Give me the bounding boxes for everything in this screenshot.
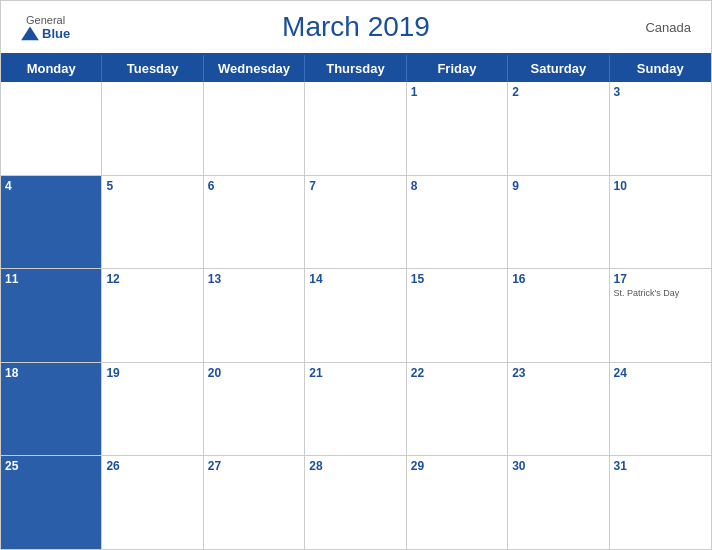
day-number: 9 [512,179,604,193]
day-number: 21 [309,366,401,380]
day-number: 19 [106,366,198,380]
day-number: 15 [411,272,503,286]
day-cell-8: 8 [407,176,508,269]
empty-cell [204,82,305,175]
day-header-monday: Monday [1,55,102,82]
calendar-container: General Blue March 2019 Canada MondayTue… [0,0,712,550]
day-cell-27: 27 [204,456,305,549]
day-number: 16 [512,272,604,286]
day-cell-20: 20 [204,363,305,456]
day-headers-row: MondayTuesdayWednesdayThursdayFridaySatu… [1,55,711,82]
day-header-saturday: Saturday [508,55,609,82]
day-number: 22 [411,366,503,380]
calendar-header: General Blue March 2019 Canada [1,1,711,53]
week-row-4: 18192021222324 [1,363,711,457]
day-number: 31 [614,459,707,473]
logo-icon [21,26,39,40]
day-header-sunday: Sunday [610,55,711,82]
empty-cell [102,82,203,175]
day-cell-2: 2 [508,82,609,175]
day-cell-28: 28 [305,456,406,549]
day-number: 25 [5,459,97,473]
day-number: 18 [5,366,97,380]
day-header-wednesday: Wednesday [204,55,305,82]
day-cell-6: 6 [204,176,305,269]
day-number: 10 [614,179,707,193]
day-number: 12 [106,272,198,286]
day-cell-16: 16 [508,269,609,362]
day-cell-5: 5 [102,176,203,269]
day-cell-9: 9 [508,176,609,269]
day-number: 4 [5,179,97,193]
day-number: 26 [106,459,198,473]
day-cell-13: 13 [204,269,305,362]
day-cell-31: 31 [610,456,711,549]
day-cell-30: 30 [508,456,609,549]
day-header-tuesday: Tuesday [102,55,203,82]
logo-general: General [26,14,65,26]
week-row-2: 45678910 [1,176,711,270]
country-label: Canada [645,20,691,35]
day-cell-14: 14 [305,269,406,362]
day-number: 20 [208,366,300,380]
svg-marker-0 [21,26,39,40]
day-cell-21: 21 [305,363,406,456]
day-number: 6 [208,179,300,193]
day-number: 28 [309,459,401,473]
calendar-title: March 2019 [282,11,430,43]
logo-blue: Blue [42,26,70,41]
day-number: 7 [309,179,401,193]
day-number: 14 [309,272,401,286]
day-header-friday: Friday [407,55,508,82]
holiday-label: St. Patrick's Day [614,288,707,299]
week-row-1: 123 [1,82,711,176]
day-cell-15: 15 [407,269,508,362]
day-cell-1: 1 [407,82,508,175]
day-cell-11: 11 [1,269,102,362]
day-cell-19: 19 [102,363,203,456]
logo-area: General Blue [21,14,70,41]
day-cell-23: 23 [508,363,609,456]
day-cell-12: 12 [102,269,203,362]
day-cell-26: 26 [102,456,203,549]
day-cell-25: 25 [1,456,102,549]
day-number: 23 [512,366,604,380]
day-cell-10: 10 [610,176,711,269]
day-number: 24 [614,366,707,380]
day-number: 11 [5,272,97,286]
day-number: 3 [614,85,707,99]
day-cell-3: 3 [610,82,711,175]
day-cell-22: 22 [407,363,508,456]
weeks-container: 1234567891011121314151617St. Patrick's D… [1,82,711,549]
calendar-grid: MondayTuesdayWednesdayThursdayFridaySatu… [1,53,711,549]
empty-cell [1,82,102,175]
empty-cell [305,82,406,175]
day-number: 17 [614,272,707,286]
day-number: 29 [411,459,503,473]
day-number: 8 [411,179,503,193]
day-cell-24: 24 [610,363,711,456]
day-number: 2 [512,85,604,99]
day-number: 27 [208,459,300,473]
day-cell-18: 18 [1,363,102,456]
day-number: 5 [106,179,198,193]
day-cell-4: 4 [1,176,102,269]
day-cell-17: 17St. Patrick's Day [610,269,711,362]
day-number: 30 [512,459,604,473]
week-row-3: 11121314151617St. Patrick's Day [1,269,711,363]
day-cell-7: 7 [305,176,406,269]
day-header-thursday: Thursday [305,55,406,82]
day-number: 13 [208,272,300,286]
week-row-5: 25262728293031 [1,456,711,549]
day-cell-29: 29 [407,456,508,549]
day-number: 1 [411,85,503,99]
